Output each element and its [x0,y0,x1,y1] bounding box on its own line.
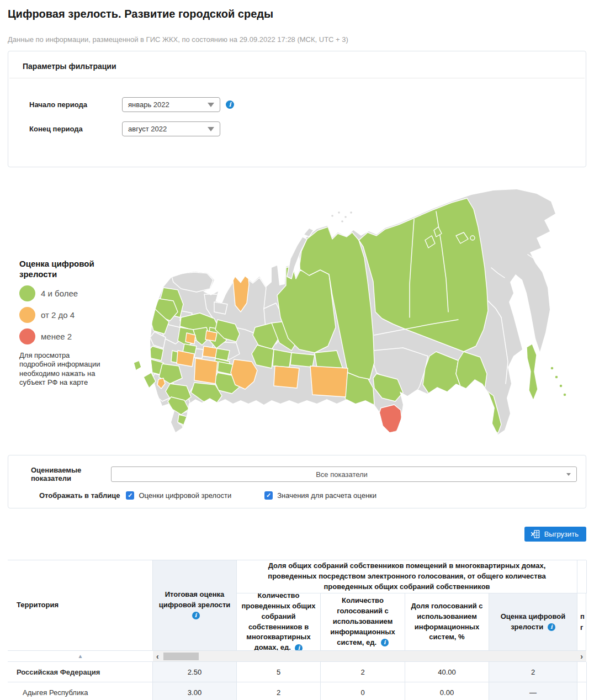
legend-swatch-orange [19,307,35,323]
period-start-value: январь 2022 [128,100,169,109]
filter-panel-title: Параметры фильтрации [8,51,586,78]
page-title: Цифровая зрелость. Развитие городской ср… [8,8,586,20]
period-end-select[interactable]: август 2022 [122,121,220,136]
column-header-label: Итоговая оценка цифровой зрелости [159,590,231,609]
chevron-down-icon [208,127,214,131]
excel-icon [531,529,540,539]
russia-choropleth-map[interactable] [127,185,591,450]
period-end-value: август 2022 [128,125,167,133]
clipped-group-header [577,560,587,593]
info-icon[interactable]: i [548,623,555,631]
indicators-select-label: Оцениваемые показатели [8,466,111,482]
table-group-header: Доля общих собраний собственников помеще… [237,560,577,593]
checkbox-scores-label: Оценки цифровой зрелости [139,491,231,500]
column-header-label: Количество проведенных общих собраний со… [241,593,315,651]
checkbox-group: ✓ Значения для расчета оценки [264,491,376,500]
info-icon[interactable]: i [192,612,200,619]
table-cell: — [489,682,577,700]
column-header-total-score[interactable]: Итоговая оценка цифровой зрелости i [153,560,237,651]
checkbox-scores[interactable]: ✓ [126,491,134,500]
table-cell: 0 [321,682,405,700]
clipped-text: п [580,611,585,622]
dashboard-page: Цифровая зрелость. Развитие городской ср… [0,0,594,700]
column-header-label: Оценка цифровой зрелости [501,612,566,631]
export-button[interactable]: Выгрузить [524,527,586,542]
scroll-left-icon[interactable]: ‹ [156,653,159,660]
horizontal-scrollbar[interactable]: ‹ › [153,651,586,662]
legend-item: менее 2 [19,328,110,344]
info-icon[interactable]: i [381,639,389,646]
checkbox-values-label: Значения для расчета оценки [277,491,376,500]
indicators-panel: Оцениваемые показатели Все показатели От… [8,455,586,508]
legend-label: 4 и более [41,289,78,298]
table-cell: 2 [489,662,577,682]
checkbox-group: ✓ Оценки цифровой зрелости [126,491,231,500]
column-header-label: Доля голосований с использованием информ… [411,602,482,641]
table-cell [577,682,587,700]
map-legend: Оценка цифровой зрелости 4 и более от 2 … [19,259,110,388]
legend-swatch-green [19,285,35,301]
table-cell [577,662,587,682]
column-header-votes-count[interactable]: Количество голосований с использованием … [321,593,405,651]
scrollbar-thumb[interactable] [163,653,199,660]
legend-swatch-red [19,328,35,344]
column-header-maturity-score[interactable]: Оценка цифровой зрелости i [489,593,577,651]
legend-item: от 2 до 4 [19,307,110,323]
table-cell: 5 [237,662,321,682]
table-cell: 2 [237,682,321,700]
data-as-of-note: Данные по информации, размещенной в ГИС … [8,35,586,44]
table-row-territory[interactable]: Адыгея Республика [8,682,153,700]
sort-asc-icon[interactable]: ▲ [8,651,153,662]
info-icon[interactable]: i [295,644,303,651]
export-button-label: Выгрузить [544,530,579,538]
clipped-column-header: п г [577,593,586,651]
period-start-label: Начало периода [29,100,122,109]
table-cell: 2.50 [153,662,237,682]
table-cell: 0.00 [405,682,489,700]
scrollbar-track[interactable] [162,653,578,660]
legend-label: от 2 до 4 [41,310,75,320]
legend-title: Оценка цифровой зрелости [19,259,110,280]
column-header-territory[interactable]: Территория [8,560,153,651]
table-cell: 2 [321,662,405,682]
table-cell: 3.00 [153,682,237,700]
info-icon[interactable]: i [226,100,234,109]
filter-panel: Параметры фильтрации Начало периода янва… [8,51,586,167]
period-end-label: Конец периода [29,125,122,133]
display-in-table-label: Отображать в таблице [39,491,120,500]
column-header-meetings-count[interactable]: Количество проведенных общих собраний со… [237,593,321,651]
legend-note: Для просмотра подробной информации необх… [19,351,107,388]
legend-label: менее 2 [41,332,72,341]
table-row-territory[interactable]: Российская Федерация [8,662,153,682]
chevron-down-icon [566,473,571,476]
column-header-votes-share[interactable]: Доля голосований с использованием информ… [405,593,489,651]
chevron-down-icon [208,103,214,107]
clipped-text: г [580,622,583,633]
map-section: Оценка цифровой зрелости 4 и более от 2 … [8,184,586,450]
checkbox-values[interactable]: ✓ [264,491,273,500]
scroll-right-icon[interactable]: › [580,653,583,660]
indicators-select[interactable]: Все показатели [111,466,577,482]
digital-maturity-table: Территория Итоговая оценка цифровой зрел… [8,560,586,700]
legend-item: 4 и более [19,285,110,301]
indicators-select-value: Все показатели [117,470,566,479]
table-cell: 40.00 [405,662,489,682]
period-start-select[interactable]: январь 2022 [122,97,220,112]
